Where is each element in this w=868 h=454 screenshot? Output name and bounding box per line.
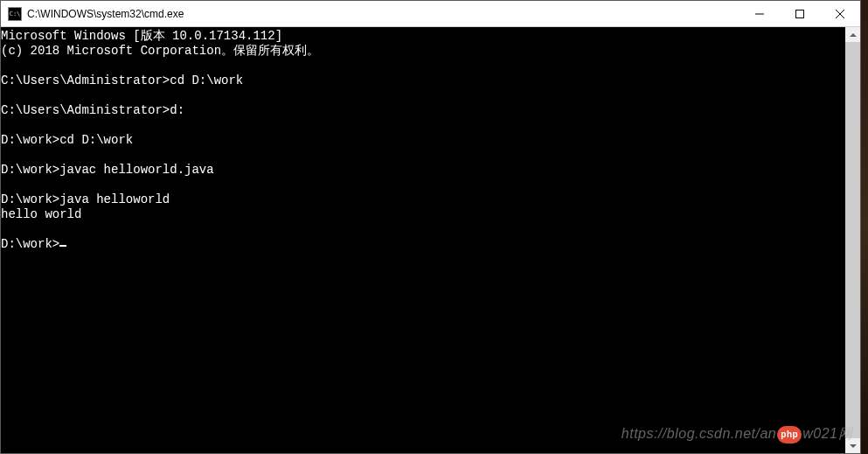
cursor xyxy=(59,245,66,247)
app-icon: C:\ xyxy=(8,7,22,21)
minimize-icon xyxy=(755,10,764,18)
scroll-up-button[interactable] xyxy=(845,27,860,42)
terminal-area: Microsoft Windows [版本 10.0.17134.112] (c… xyxy=(1,27,860,453)
cmd-window: C:\ C:\WINDOWS\system32\cmd.exe Microsof… xyxy=(0,0,861,454)
background-edge xyxy=(861,0,868,454)
window-controls xyxy=(740,1,860,26)
scroll-down-button[interactable] xyxy=(845,438,860,453)
window-title: C:\WINDOWS\system32\cmd.exe xyxy=(27,8,740,20)
chevron-up-icon xyxy=(850,31,857,38)
close-icon xyxy=(836,10,844,18)
titlebar[interactable]: C:\ C:\WINDOWS\system32\cmd.exe xyxy=(1,1,860,27)
vertical-scrollbar[interactable] xyxy=(845,27,860,453)
minimize-button[interactable] xyxy=(740,1,780,26)
maximize-icon xyxy=(795,10,804,18)
maximize-button[interactable] xyxy=(780,1,820,26)
scrollbar-track[interactable] xyxy=(845,42,860,438)
chevron-down-icon xyxy=(850,443,857,450)
scrollbar-thumb[interactable] xyxy=(845,42,860,438)
svg-rect-1 xyxy=(796,10,804,17)
close-button[interactable] xyxy=(820,1,860,26)
terminal-output[interactable]: Microsoft Windows [版本 10.0.17134.112] (c… xyxy=(1,27,845,453)
